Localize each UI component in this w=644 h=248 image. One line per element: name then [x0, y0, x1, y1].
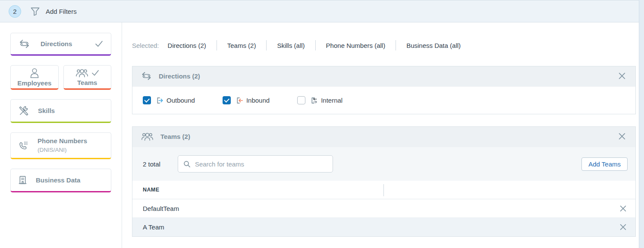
team-name: DefaultTeam [143, 205, 179, 212]
outbound-checkbox[interactable] [143, 96, 151, 104]
internal-icon [311, 97, 319, 104]
summary-divider [315, 40, 316, 50]
selected-label: Selected: [132, 42, 159, 49]
internal-checkbox[interactable] [297, 96, 305, 104]
directions-panel: Directions (2) Outbound [132, 66, 636, 114]
sidebar-item-label: Teams [77, 79, 97, 86]
summary-item-phone-numbers: Phone Numbers (all) [326, 42, 386, 49]
summary-divider [266, 40, 267, 50]
remove-team-icon[interactable] [619, 204, 627, 213]
tools-icon [18, 105, 29, 116]
people-group-icon [75, 68, 88, 78]
directions-panel-title: Directions (2) [159, 72, 200, 80]
directions-options: Outbound Inbound [132, 87, 635, 114]
teams-controls-bar: 2 total Add Teams [132, 147, 635, 181]
sidebar-item-label: Employees [17, 79, 51, 87]
scrollbar-track[interactable] [639, 0, 644, 248]
remove-team-icon[interactable] [619, 223, 627, 231]
sidebar-item-label: Phone Numbers [38, 137, 87, 144]
summary-item-skills: Skills (all) [277, 42, 305, 49]
filter-category-sidebar: Directions Employees [0, 22, 122, 248]
inbound-icon [236, 97, 244, 104]
swap-arrows-icon [19, 39, 30, 48]
check-icon [91, 70, 99, 76]
outbound-icon [156, 97, 164, 104]
close-icon[interactable] [618, 132, 626, 141]
check-icon [95, 41, 103, 47]
sidebar-item-label: Skills [38, 107, 55, 114]
summary-item-business-data: Business Data (all) [406, 42, 461, 49]
teams-panel: Teams (2) 2 total Add Teams NAME [132, 126, 636, 237]
column-resize-handle[interactable] [383, 184, 384, 196]
person-icon [30, 68, 39, 78]
summary-divider [217, 40, 217, 50]
teams-search-box [178, 155, 333, 173]
column-header-name: NAME [143, 187, 159, 193]
sidebar-item-label: Directions [41, 40, 72, 47]
option-label: Internal [321, 97, 342, 104]
building-icon [18, 175, 27, 185]
team-name: A Team [143, 223, 164, 231]
summary-item-directions: Directions (2) [168, 42, 206, 49]
teams-total-count: 2 total [143, 160, 160, 168]
directions-panel-header: Directions (2) [132, 66, 635, 87]
teams-panel-header: Teams (2) [132, 127, 635, 147]
filter-topbar: 2 Add Filters [0, 0, 644, 22]
option-outbound[interactable]: Outbound [143, 96, 195, 104]
phone-keypad-icon [18, 140, 29, 151]
funnel-icon [30, 6, 40, 16]
sidebar-item-directions[interactable]: Directions [10, 33, 111, 56]
swap-arrows-icon [141, 72, 152, 80]
sidebar-item-sublabel: (DNIS/ANI) [38, 147, 67, 153]
option-internal[interactable]: Internal [297, 96, 342, 104]
sidebar-item-teams[interactable]: Teams [63, 65, 112, 90]
sidebar-item-employees[interactable]: Employees [10, 65, 59, 90]
sidebar-item-skills[interactable]: Skills [10, 99, 111, 123]
summary-divider [396, 40, 396, 50]
teams-search-input[interactable] [195, 160, 327, 168]
sidebar-item-business-data[interactable]: Business Data [10, 169, 111, 192]
inbound-checkbox[interactable] [223, 96, 231, 104]
teams-table-header: NAME [132, 181, 635, 199]
sidebar-item-phone-numbers[interactable]: Phone Numbers (DNIS/ANI) [10, 132, 111, 159]
people-group-icon [141, 132, 154, 141]
add-filters-label[interactable]: Add Filters [46, 8, 77, 15]
table-row: DefaultTeam [132, 199, 635, 218]
table-row: A Team [132, 218, 635, 236]
close-icon[interactable] [618, 72, 626, 80]
option-label: Inbound [246, 97, 270, 104]
option-inbound[interactable]: Inbound [223, 96, 270, 104]
selected-summary-bar: Selected: Directions (2) Teams (2) Skill… [132, 40, 636, 50]
search-icon [183, 160, 191, 168]
sidebar-item-label: Business Data [36, 176, 80, 184]
filter-count-badge: 2 [9, 5, 21, 18]
add-teams-button[interactable]: Add Teams [581, 157, 628, 171]
summary-item-teams: Teams (2) [227, 42, 256, 49]
filter-detail-area: Selected: Directions (2) Teams (2) Skill… [122, 22, 644, 248]
option-label: Outbound [166, 97, 195, 104]
teams-panel-title: Teams (2) [160, 133, 190, 140]
